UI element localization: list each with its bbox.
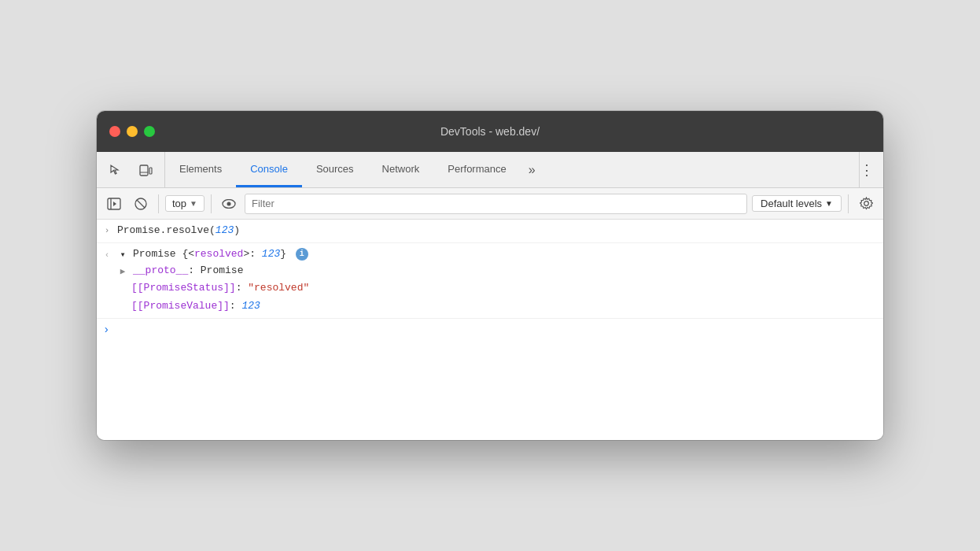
filter-input[interactable] — [245, 194, 747, 214]
info-badge[interactable]: i — [296, 248, 308, 261]
svg-rect-1 — [149, 168, 152, 174]
svg-marker-5 — [113, 202, 116, 206]
more-tabs-button[interactable]: » — [521, 152, 543, 187]
show-console-sidebar-button[interactable] — [103, 193, 125, 215]
titlebar: DevTools - web.dev/ — [97, 111, 883, 152]
toolbar-divider-1 — [158, 194, 159, 213]
console-input-line: › Promise.resolve(123) — [97, 220, 883, 243]
close-button[interactable] — [109, 126, 120, 137]
svg-rect-0 — [140, 165, 148, 176]
promise-value-line: [[PromiseValue]]: 123 — [131, 298, 260, 316]
console-output: › Promise.resolve(123) ‹ ▾ Promise {<res… — [97, 220, 883, 440]
log-levels-button[interactable]: Default levels ▼ — [752, 195, 842, 212]
window-title: DevTools - web.dev/ — [440, 125, 540, 138]
inspect-icon-button[interactable] — [103, 157, 128, 183]
tab-performance[interactable]: Performance — [433, 152, 520, 187]
svg-point-10 — [864, 202, 868, 206]
maximize-button[interactable] — [144, 126, 155, 137]
input-arrow[interactable]: › — [100, 223, 114, 239]
eye-icon-button[interactable] — [218, 193, 240, 215]
context-selector[interactable]: top ▼ — [165, 195, 204, 212]
console-cursor-arrow: › — [103, 324, 109, 336]
tab-bar: Elements Console Sources Network Perform… — [97, 152, 883, 188]
proto-expand-arrow[interactable]: ▶ — [116, 264, 130, 279]
devtools-window: DevTools - web.dev/ Elements Console — [97, 111, 883, 440]
proto-line: ▶ __proto__: Promise — [116, 263, 243, 279]
toolbar-divider-3 — [848, 194, 849, 213]
toolbar-divider-2 — [211, 194, 212, 213]
console-output-promise: ‹ ▾ Promise {<resolved>: 123} i ▶ __prot… — [97, 243, 883, 320]
expand-promise-arrow[interactable]: ▾ — [116, 246, 130, 263]
traffic-lights — [109, 126, 155, 137]
tab-console[interactable]: Console — [236, 152, 302, 187]
output-back-arrow: ‹ — [100, 247, 114, 263]
minimize-button[interactable] — [127, 126, 138, 137]
svg-point-9 — [227, 202, 230, 205]
clear-console-button[interactable] — [130, 193, 152, 215]
console-input-text: Promise.resolve(123) — [117, 223, 240, 239]
svg-line-7 — [137, 200, 145, 208]
console-toolbar: top ▼ Default levels ▼ — [97, 188, 883, 220]
tab-sources[interactable]: Sources — [302, 152, 368, 187]
console-cursor-line[interactable]: › — [97, 319, 883, 341]
settings-button[interactable] — [855, 193, 877, 215]
devtools-menu-button[interactable]: ⋮ — [859, 152, 883, 187]
promise-status-line: [[PromiseStatus]]: "resolved" — [131, 279, 309, 298]
tab-elements[interactable]: Elements — [165, 152, 236, 187]
tab-network[interactable]: Network — [368, 152, 434, 187]
toolbar-icons — [97, 152, 165, 187]
device-toolbar-icon-button[interactable] — [133, 157, 158, 183]
